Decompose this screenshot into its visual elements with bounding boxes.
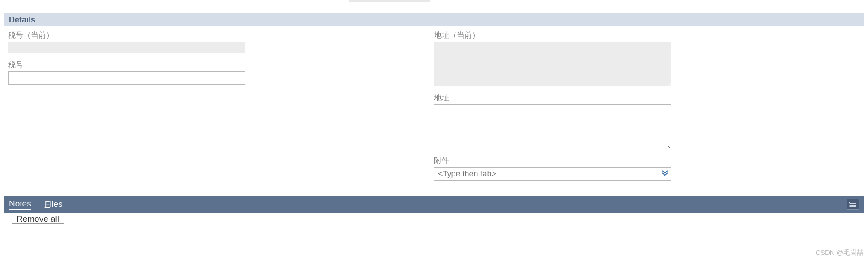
layout-toggle-icon[interactable] <box>847 199 859 210</box>
tax-input[interactable] <box>8 71 245 85</box>
field-attachment: 附件 <box>434 155 860 181</box>
tab-files-rest: iles <box>50 199 63 209</box>
below-bar: Remove all <box>0 213 868 225</box>
label-tax: 税号 <box>8 60 425 70</box>
bottom-bar: Notes Files <box>4 196 864 213</box>
field-tax: 税号 <box>8 60 425 85</box>
details-body: 税号（当前） 税号 地址（当前） 地址 附件 <box>0 26 868 196</box>
top-gray-block <box>349 0 430 2</box>
column-right: 地址（当前） 地址 附件 <box>434 30 860 187</box>
attachment-input[interactable] <box>434 167 671 181</box>
column-left: 税号（当前） 税号 <box>8 30 434 187</box>
section-header-details: Details <box>4 13 864 26</box>
field-tax-current: 税号（当前） <box>8 30 425 53</box>
tax-current-readonly <box>8 42 245 53</box>
section-title: Details <box>9 15 35 24</box>
field-address: 地址 <box>434 93 860 149</box>
tab-files[interactable]: Files <box>45 199 63 209</box>
tab-notes[interactable]: Notes <box>9 199 31 210</box>
label-tax-current: 税号（当前） <box>8 30 425 40</box>
label-address-current: 地址（当前） <box>434 30 860 40</box>
address-current-readonly <box>434 42 671 86</box>
tab-files-label: F <box>45 199 50 209</box>
address-input[interactable] <box>434 104 671 149</box>
tab-notes-label: N <box>9 199 15 208</box>
remove-all-button[interactable]: Remove all <box>12 215 64 224</box>
label-attachment: 附件 <box>434 155 860 166</box>
attachment-combo[interactable] <box>434 167 671 181</box>
label-address: 地址 <box>434 93 860 103</box>
tab-notes-rest: otes <box>15 199 31 208</box>
field-address-current: 地址（当前） <box>434 30 860 86</box>
watermark: CSDN @毛岩喆 <box>816 249 864 257</box>
